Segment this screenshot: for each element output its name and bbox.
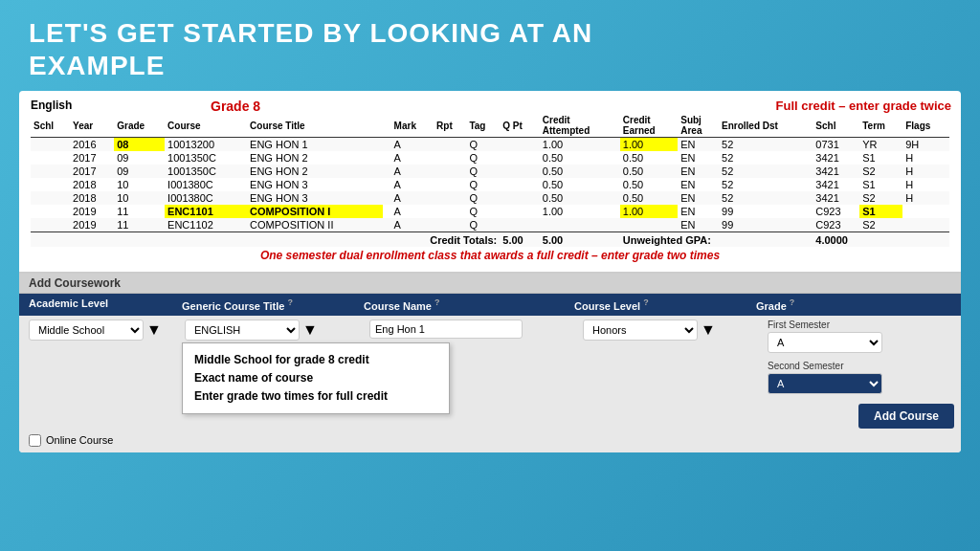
col-rpt: Rpt [434,114,466,138]
col-schl2: Schl [813,114,859,138]
popup-line3: Enter grade two times for full credit [194,387,437,406]
col-course: Course [165,114,247,138]
col-tag: Tag [466,114,500,138]
header-course-level: Course Level ? [574,298,756,312]
first-semester-select[interactable]: A [768,332,882,353]
table-row: 201810I001380CENG HON 3AQ0.500.50EN52342… [31,178,949,191]
col-schl: Schl [31,114,70,138]
online-course-label: Online Course [46,434,113,446]
popup-line1: Middle School for grade 8 credit [194,351,437,369]
course-name-field [369,320,575,339]
col-term: Term [859,114,902,138]
col-attempted: CreditAttempted [540,114,620,138]
col-dst: Enrolled Dst [719,114,813,138]
header-grade: Grade ? [756,298,947,312]
title-area: LET'S GET STARTED BY LOOKING AT AN EXAMP… [0,0,980,91]
total-attempted: 5.00 [500,232,540,248]
table-row: 201911ENC1102COMPOSITION IIAQEN99C923S2 [31,218,949,232]
second-semester-section: Second Semester A [768,361,954,394]
online-course-checkbox[interactable] [29,434,41,447]
col-earned: CreditEarned [620,114,678,138]
dropdown-arrow-icon2: ▼ [302,321,318,339]
form-header-row: Academic Level Generic Course Title ? Co… [19,294,961,316]
col-flags: Flags [902,114,949,138]
grade-section: First Semester A Second Semester A Add C… [768,320,954,429]
col-mark: Mark [391,114,434,138]
online-course-row: Online Course [19,432,961,452]
popup-line2: Exact name of course [194,369,437,387]
grade8-annotation: Grade 8 [211,99,260,114]
academic-level-field: Middle School ▼ [29,320,177,341]
add-coursework-title: Add Coursework [19,274,961,294]
add-coursework-section: Add Coursework Academic Level Generic Co… [19,272,961,452]
generic-title-select[interactable]: ENGLISH [185,320,300,341]
course-level-field: Honors ▼ [583,320,760,341]
dropdown-arrow-icon: ▼ [146,321,162,339]
total-earned: 5.00 [540,232,620,248]
generic-title-field: ENGLISH ▼ [185,320,362,341]
credit-totals-label: Credit Totals: [31,232,500,248]
gpa-value: 4.0000 [813,232,949,248]
fullcredit-annotation: Full credit – enter grade twice [776,99,952,113]
generic-title-select-wrapper: ENGLISH ▼ [185,320,362,341]
col-area: SubjArea [678,114,719,138]
col-grade: Grade [114,114,165,138]
table-row: 201810I001380CENG HON 3AQ0.500.50EN52342… [31,191,949,205]
gpa-label: Unweighted GPA: [620,232,813,248]
col-year: Year [70,114,114,138]
info-popup: Middle School for grade 8 credit Exact n… [182,342,450,415]
col-title: Course Title [247,114,382,138]
transcript-table: Schl Year Grade Course Course Title Mark… [31,114,949,247]
header-course-name: Course Name ? [364,298,574,312]
first-semester-label: First Semester [768,320,954,330]
header-academic-level: Academic Level [29,298,182,312]
page-title: LET'S GET STARTED BY LOOKING AT AN EXAMP… [29,17,951,81]
course-level-select-wrapper: Honors ▼ [583,320,760,341]
transcript-area: English Grade 8 Full credit – enter grad… [19,91,961,268]
table-row: 201911ENC1101COMPOSITION IAQ1.001.00EN99… [31,205,949,218]
course-name-input[interactable] [369,320,523,339]
col-qpt: Q Pt [500,114,540,138]
form-inputs-row: Middle School ▼ ENGLISH ▼ [29,320,951,429]
academic-level-select-wrapper: Middle School ▼ [29,320,177,341]
dropdown-arrow-icon3: ▼ [701,321,716,339]
header-generic-title: Generic Course Title ? [182,298,364,312]
second-semester-label: Second Semester [768,361,954,371]
table-row: 2017091001350CENG HON 2AQ0.500.50EN52342… [31,165,949,178]
bottom-annotation: One semester dual enrollment class that … [31,247,949,264]
course-level-select[interactable]: Honors [583,320,698,341]
col-spacer [383,114,391,138]
table-row: 20160810013200ENG HON 1AQ1.001.00EN52073… [31,138,949,152]
add-course-button[interactable]: Add Course [858,404,954,429]
main-card: English Grade 8 Full credit – enter grad… [19,91,961,452]
totals-row: Credit Totals: 5.00 5.00 Unweighted GPA:… [31,232,949,248]
table-row: 2017091001350CENG HON 2AQ0.500.50EN52342… [31,151,949,165]
second-semester-select[interactable]: A [768,373,882,394]
academic-level-select[interactable]: Middle School [29,320,144,341]
